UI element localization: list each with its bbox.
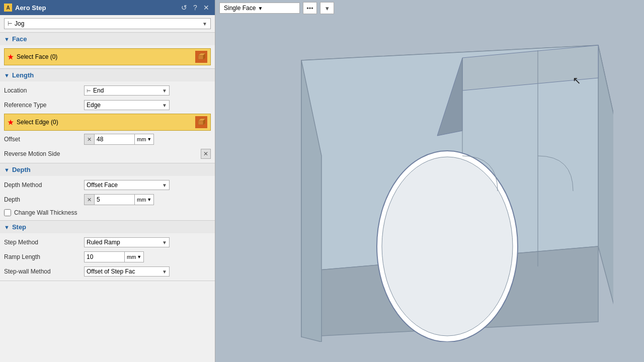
depth-section-body: Depth Method Offset Face ▼ Depth ✕ bbox=[0, 176, 215, 220]
length-section-header[interactable]: ▼ Length bbox=[0, 69, 215, 81]
reference-type-dd-label: Edge bbox=[87, 102, 160, 109]
svg-rect-0 bbox=[198, 55, 203, 59]
face-section: ▼ Face ★ Select Face (0) bbox=[0, 33, 215, 69]
step-section-body: Step Method Ruled Ramp ▼ Ramp Length mm bbox=[0, 233, 215, 281]
offset-control: ✕ mm ▼ bbox=[84, 134, 211, 145]
location-dd-arrow: ▼ bbox=[162, 88, 167, 94]
reverse-motion-side-row: Reverse Motion Side ✕ bbox=[4, 148, 211, 160]
face-section-body: ★ Select Face (0) bbox=[0, 45, 215, 68]
offset-input[interactable] bbox=[94, 134, 134, 145]
offset-input-group: ✕ mm ▼ bbox=[84, 134, 154, 145]
reference-type-row: Reference Type Edge ▼ bbox=[4, 99, 211, 111]
help-button[interactable]: ? bbox=[191, 3, 200, 12]
face-cube-icon[interactable] bbox=[195, 51, 207, 63]
step-wall-method-dropdown[interactable]: Offset of Step Fac ▼ bbox=[84, 266, 170, 277]
face-collapse-icon: ▼ bbox=[4, 36, 10, 42]
edge-required-star: ★ bbox=[8, 119, 14, 126]
type-dropdown-arrow: ▼ bbox=[202, 21, 207, 27]
step-method-dropdown[interactable]: Ruled Ramp ▼ bbox=[84, 237, 170, 247]
reference-type-label: Reference Type bbox=[4, 102, 82, 109]
depth-collapse-icon: ▼ bbox=[4, 167, 10, 173]
offset-unit-label: mm bbox=[137, 136, 146, 142]
location-row: Location ⊢ End ▼ bbox=[4, 84, 211, 97]
title-text: Aero Step bbox=[15, 4, 177, 12]
reference-type-dd-arrow: ▼ bbox=[162, 103, 167, 108]
step-method-control: Ruled Ramp ▼ bbox=[84, 237, 211, 247]
viewport-drop-button[interactable]: ▾ bbox=[320, 2, 334, 14]
svg-point-16 bbox=[382, 157, 513, 336]
step-section-label: Step bbox=[12, 223, 26, 231]
title-buttons: ↺ ? ✕ bbox=[180, 3, 211, 12]
location-label: Location bbox=[4, 87, 82, 94]
ramp-length-unit-dropdown[interactable]: mm ▼ bbox=[124, 251, 144, 262]
type-dropdown-icon: ⊢ bbox=[8, 21, 13, 27]
face-required-star: ★ bbox=[8, 53, 14, 61]
title-bar: A Aero Step ↺ ? ✕ bbox=[0, 0, 215, 15]
select-edge-label: Select Edge (0) bbox=[17, 119, 192, 126]
step-collapse-icon: ▼ bbox=[4, 224, 10, 230]
depth-method-dd-label: Offset Face bbox=[87, 182, 160, 189]
location-dd-icon: ⊢ bbox=[87, 88, 91, 94]
depth-method-label: Depth Method bbox=[4, 182, 82, 189]
offset-row: Offset ✕ mm ▼ bbox=[4, 133, 211, 145]
offset-clear-button[interactable]: ✕ bbox=[84, 134, 94, 145]
ramp-length-control: mm ▼ bbox=[84, 251, 211, 262]
step-wall-method-row: Step-wall Method Offset of Step Fac ▼ bbox=[4, 265, 211, 278]
depth-value-row: Depth ✕ mm ▼ bbox=[4, 194, 211, 206]
location-dropdown[interactable]: ⊢ End ▼ bbox=[84, 85, 170, 96]
type-dropdown[interactable]: ⊢ Jog ▼ bbox=[4, 18, 211, 29]
select-face-label: Select Face (0) bbox=[17, 53, 192, 60]
close-button[interactable]: ✕ bbox=[202, 3, 211, 12]
view-mode-dropdown[interactable]: Single Face ▼ bbox=[219, 3, 300, 14]
depth-method-control: Offset Face ▼ bbox=[84, 180, 211, 190]
svg-marker-7 bbox=[598, 45, 613, 322]
ramp-length-row: Ramp Length mm ▼ bbox=[4, 251, 211, 263]
location-control: ⊢ End ▼ bbox=[84, 85, 211, 96]
change-wall-thickness-checkbox[interactable] bbox=[4, 209, 11, 216]
step-wall-method-dd-arrow: ▼ bbox=[162, 269, 167, 275]
reference-type-control: Edge ▼ bbox=[84, 100, 211, 110]
reverse-motion-side-label: Reverse Motion Side bbox=[4, 150, 82, 157]
ramp-length-unit-arrow: ▼ bbox=[137, 254, 141, 259]
select-face-row[interactable]: ★ Select Face (0) bbox=[4, 48, 211, 65]
length-section: ▼ Length Location ⊢ End ▼ Reference Type bbox=[0, 69, 215, 163]
ramp-length-input-group: mm ▼ bbox=[84, 251, 144, 262]
type-row: ⊢ Jog ▼ bbox=[0, 15, 215, 33]
step-wall-method-label: Step-wall Method bbox=[4, 268, 82, 275]
title-icon: A bbox=[4, 4, 12, 12]
refresh-button[interactable]: ↺ bbox=[180, 3, 189, 12]
depth-section-header[interactable]: ▼ Depth bbox=[0, 163, 215, 176]
change-wall-thickness-row: Change Wall Thickness bbox=[4, 208, 211, 217]
depth-method-dd-arrow: ▼ bbox=[162, 183, 167, 188]
step-section-header[interactable]: ▼ Step bbox=[0, 221, 215, 233]
depth-value-label: Depth bbox=[4, 196, 82, 203]
left-panel: A Aero Step ↺ ? ✕ ⊢ Jog ▼ ▼ Face ★ Selec… bbox=[0, 0, 215, 362]
offset-unit-dropdown[interactable]: mm ▼ bbox=[134, 134, 154, 145]
length-collapse-icon: ▼ bbox=[4, 72, 10, 78]
depth-clear-button[interactable]: ✕ bbox=[84, 194, 94, 205]
depth-section-label: Depth bbox=[12, 166, 31, 173]
step-method-dd-label: Ruled Ramp bbox=[87, 239, 160, 246]
type-dropdown-label: Jog bbox=[15, 20, 200, 27]
location-dd-label: End bbox=[93, 87, 160, 94]
ramp-length-input[interactable] bbox=[84, 251, 124, 262]
depth-input[interactable] bbox=[94, 194, 134, 205]
reference-type-dropdown[interactable]: Edge ▼ bbox=[84, 100, 170, 110]
viewport: Single Face ▼ ••• ▾ bbox=[215, 0, 644, 362]
viewport-more-button[interactable]: ••• bbox=[303, 2, 317, 14]
depth-method-row: Depth Method Offset Face ▼ bbox=[4, 179, 211, 191]
reverse-motion-x-button[interactable]: ✕ bbox=[201, 149, 211, 159]
face-section-header[interactable]: ▼ Face bbox=[0, 33, 215, 45]
change-wall-thickness-label: Change Wall Thickness bbox=[14, 209, 77, 216]
offset-label: Offset bbox=[4, 136, 82, 143]
step-wall-method-dd-label: Offset of Step Fac bbox=[87, 268, 160, 275]
length-section-label: Length bbox=[12, 71, 34, 79]
step-section: ▼ Step Step Method Ruled Ramp ▼ Ramp Len… bbox=[0, 221, 215, 281]
select-edge-row[interactable]: ★ Select Edge (0) bbox=[4, 114, 211, 131]
3d-shape-svg bbox=[246, 30, 613, 342]
edge-cube-icon[interactable] bbox=[195, 116, 207, 128]
length-section-body: Location ⊢ End ▼ Reference Type Edge ▼ bbox=[0, 81, 215, 163]
depth-method-dropdown[interactable]: Offset Face ▼ bbox=[84, 180, 170, 190]
depth-unit-dropdown[interactable]: mm ▼ bbox=[134, 194, 154, 205]
view-mode-arrow: ▼ bbox=[258, 6, 263, 11]
